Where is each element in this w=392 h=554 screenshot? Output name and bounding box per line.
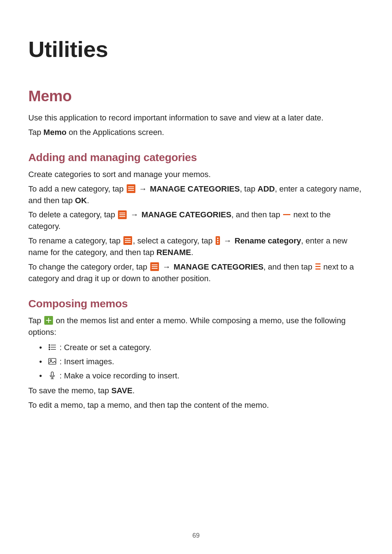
svg-point-24 (50, 360, 52, 361)
svg-rect-25 (51, 372, 53, 376)
arrow: → (162, 262, 173, 271)
menu-icon (118, 210, 127, 219)
text: on the memos list and enter a memo. Whil… (28, 316, 346, 337)
minus-icon (283, 214, 290, 215)
menu-icon (127, 184, 135, 193)
plus-icon (44, 316, 53, 325)
categories-intro: Create categories to sort and manage you… (28, 169, 364, 180)
label-add: ADD (258, 184, 275, 193)
page-number: 69 (0, 532, 392, 539)
more-options-icon (216, 236, 220, 245)
composing-edit-instruction: To edit a memo, tap a memo, and then tap… (28, 399, 364, 411)
label-rename-category: Rename category (234, 236, 301, 245)
list-item: : Insert images. (39, 355, 364, 368)
text: , and then tap (264, 262, 315, 271)
menu-icon (150, 262, 159, 271)
label-manage-categories: MANAGE CATEGORIES (150, 184, 240, 193)
svg-point-17 (49, 344, 50, 345)
text: To rename a category, tap (28, 236, 123, 245)
text: Tap (28, 128, 44, 137)
text: Tap (28, 316, 44, 325)
categories-add-instruction: To add a new category, tap → MANAGE CATE… (28, 183, 364, 206)
label-rename: RENAME (156, 248, 191, 257)
label-save: SAVE (111, 386, 132, 395)
composing-options-list: : Create or set a category. : Insert ima… (28, 341, 364, 382)
document-page: Utilities Memo Use this application to r… (0, 0, 392, 554)
text: To change the category order, tap (28, 262, 150, 271)
svg-point-19 (49, 346, 50, 348)
text: : Create or set a category. (57, 343, 151, 352)
text: on the Applications screen. (66, 128, 164, 137)
memo-intro-2: Tap Memo on the Applications screen. (28, 127, 364, 138)
memo-intro-1: Use this application to record important… (28, 112, 364, 124)
category-list-icon (48, 343, 57, 352)
svg-point-21 (49, 349, 50, 350)
subsection-heading-composing: Composing memos (28, 297, 364, 310)
text: To delete a category, tap (28, 210, 117, 219)
text: . (191, 248, 193, 257)
svg-point-11 (217, 242, 219, 243)
label-manage-categories: MANAGE CATEGORIES (142, 210, 232, 219)
label-ok: OK (75, 196, 87, 205)
composing-save-instruction: To save the memo, tap SAVE. (28, 385, 364, 397)
drag-handle-icon (315, 263, 320, 270)
arrow: → (223, 236, 234, 245)
text: , and then tap (231, 210, 282, 219)
chapter-title: Utilities (28, 36, 364, 62)
section-heading-memo: Memo (28, 87, 364, 105)
text: . (132, 386, 135, 395)
text: , select a category, tap (133, 236, 215, 245)
label-manage-categories: MANAGE CATEGORIES (173, 262, 264, 271)
categories-order-instruction: To change the category order, tap → MANA… (28, 261, 364, 284)
text: , tap (240, 184, 258, 193)
svg-point-10 (217, 240, 219, 241)
text: To add a new category, tap (28, 184, 126, 193)
app-name-memo: Memo (44, 128, 67, 137)
image-icon (48, 357, 57, 366)
svg-point-9 (217, 238, 219, 239)
list-item: : Create or set a category. (39, 341, 364, 354)
arrow: → (138, 184, 150, 193)
microphone-icon (48, 371, 57, 380)
subsection-heading-categories: Adding and managing categories (28, 151, 364, 164)
text: . (87, 196, 89, 205)
arrow: → (130, 210, 142, 219)
text: To save the memo, tap (28, 386, 111, 395)
list-item: : Make a voice recording to insert. (39, 369, 364, 382)
menu-icon (123, 236, 132, 245)
categories-delete-instruction: To delete a category, tap → MANAGE CATEG… (28, 209, 364, 232)
categories-rename-instruction: To rename a category, tap , select a cat… (28, 235, 364, 258)
text: : Make a voice recording to insert. (57, 371, 179, 380)
text: : Insert images. (57, 357, 114, 366)
composing-intro: Tap on the memos list and enter a memo. … (28, 315, 364, 338)
